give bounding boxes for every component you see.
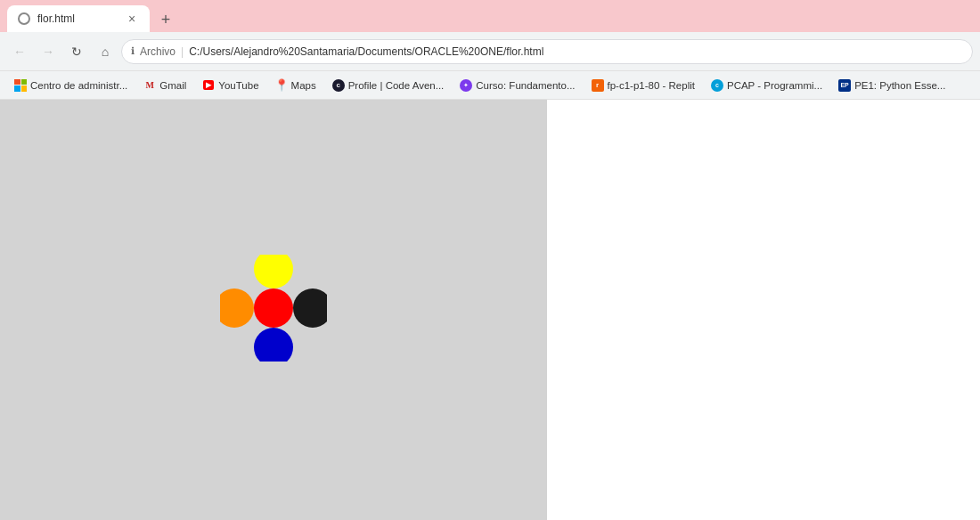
url-text: C:/Users/Alejandro%20Santamaria/Document… [189, 45, 963, 58]
address-bar: ← → ↻ ⌂ ℹ Archivo | C:/Users/Alejandro%2… [0, 32, 980, 71]
bookmark-maps-label: Maps [291, 80, 316, 91]
tab-favicon [18, 12, 30, 25]
page-area [0, 100, 980, 520]
url-separator: | [181, 45, 184, 58]
white-content-area [547, 100, 980, 520]
url-protocol-label: Archivo [140, 45, 176, 58]
bookmark-centro[interactable]: Centro de administr... [7, 75, 135, 96]
bookmark-pe1[interactable]: EP PE1: Python Esse... [831, 75, 952, 96]
petal-bottom [254, 328, 293, 362]
canvas-area [0, 100, 547, 520]
new-tab-button[interactable]: + [153, 7, 178, 32]
url-input[interactable]: ℹ Archivo | C:/Users/Alejandro%20Santama… [121, 39, 973, 64]
browser-window: flor.html × + ← → ↻ ⌂ ℹ Archivo | C:/Use… [0, 0, 980, 520]
bookmark-codeavenue[interactable]: c Profile | Code Aven... [325, 75, 452, 96]
petal-center [254, 288, 293, 328]
bookmark-gmail[interactable]: M Gmail [136, 75, 193, 96]
gmail-icon: M [143, 79, 156, 92]
codeavenue-icon: c [332, 79, 345, 92]
bookmark-gmail-label: Gmail [159, 80, 186, 91]
back-button[interactable]: ← [7, 39, 32, 64]
bookmark-pcap-label: PCAP - Programmi... [727, 80, 822, 91]
bookmark-youtube[interactable]: ▶ YouTube [195, 75, 265, 96]
petal-top [254, 255, 293, 288]
bookmark-replit-label: fp-c1-p1-80 - Replit [608, 80, 695, 91]
bookmark-replit[interactable]: r fp-c1-p1-80 - Replit [584, 75, 702, 96]
bookmark-codeavenue-label: Profile | Code Aven... [348, 80, 445, 91]
home-button[interactable]: ⌂ [93, 39, 118, 64]
fundamento-icon: ✦ [460, 79, 472, 92]
ep-icon: EP [838, 79, 851, 92]
bookmark-fundamento[interactable]: ✦ Curso: Fundamento... [453, 75, 582, 96]
tab-bar: flor.html × + [0, 0, 980, 32]
microsoft-icon [14, 79, 27, 92]
flower-svg [220, 255, 327, 362]
tab-close-button[interactable]: × [125, 12, 139, 26]
bookmark-centro-label: Centro de administr... [30, 80, 127, 91]
bookmark-youtube-label: YouTube [218, 80, 258, 91]
replit-icon: r [592, 79, 604, 92]
bookmark-pe1-label: PE1: Python Esse... [854, 80, 945, 91]
bookmark-pcap[interactable]: c PCAP - Programmi... [704, 75, 829, 96]
tab-title: flor.html [37, 12, 75, 25]
maps-icon: 📍 [275, 79, 288, 92]
petal-left [220, 288, 254, 328]
cisco-icon: c [711, 79, 723, 92]
active-tab[interactable]: flor.html × [7, 5, 150, 32]
refresh-button[interactable]: ↻ [64, 39, 89, 64]
flower-diagram [220, 255, 327, 365]
bookmark-fundamento-label: Curso: Fundamento... [476, 80, 575, 91]
petal-right [293, 288, 327, 328]
bookmarks-bar: Centro de administr... M Gmail ▶ YouTube… [0, 71, 980, 100]
forward-button[interactable]: → [36, 39, 61, 64]
lock-icon: ℹ [131, 45, 135, 57]
bookmark-maps[interactable]: 📍 Maps [268, 75, 323, 96]
youtube-icon: ▶ [202, 79, 215, 92]
